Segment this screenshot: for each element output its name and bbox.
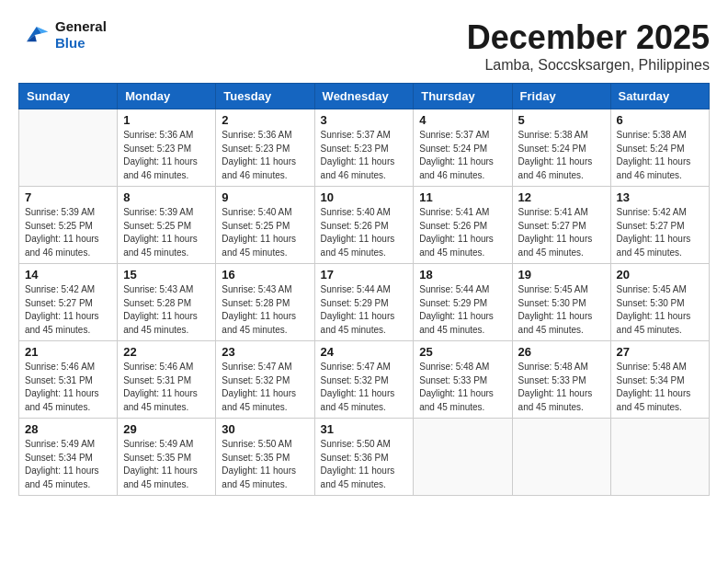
day-info: Sunrise: 5:40 AMSunset: 5:26 PMDaylight:…: [321, 206, 408, 259]
day-info: Sunrise: 5:41 AMSunset: 5:26 PMDaylight:…: [419, 206, 506, 259]
day-info: Sunrise: 5:45 AMSunset: 5:30 PMDaylight:…: [518, 283, 605, 337]
day-info: Sunrise: 5:44 AMSunset: 5:29 PMDaylight:…: [321, 283, 408, 337]
day-info: Sunrise: 5:43 AMSunset: 5:28 PMDaylight:…: [123, 283, 210, 337]
day-info: Sunrise: 5:36 AMSunset: 5:23 PMDaylight:…: [222, 129, 308, 182]
day-number: 23: [222, 345, 308, 359]
calendar-cell: 15Sunrise: 5:43 AMSunset: 5:28 PMDayligh…: [118, 264, 216, 341]
day-info: Sunrise: 5:38 AMSunset: 5:24 PMDaylight:…: [518, 129, 605, 182]
calendar-cell: 29Sunrise: 5:49 AMSunset: 5:35 PMDayligh…: [118, 419, 216, 496]
calendar-cell: 19Sunrise: 5:45 AMSunset: 5:30 PMDayligh…: [512, 264, 610, 341]
day-info: Sunrise: 5:41 AMSunset: 5:27 PMDaylight:…: [518, 206, 605, 259]
calendar-cell: 25Sunrise: 5:48 AMSunset: 5:33 PMDayligh…: [414, 341, 512, 419]
calendar-cell: [512, 419, 610, 496]
day-info: Sunrise: 5:39 AMSunset: 5:25 PMDaylight:…: [25, 206, 111, 259]
calendar-week-row: 1Sunrise: 5:36 AMSunset: 5:23 PMDaylight…: [19, 109, 710, 187]
day-info: Sunrise: 5:45 AMSunset: 5:30 PMDaylight:…: [617, 283, 703, 337]
logo: General Blue: [18, 18, 107, 52]
day-number: 20: [617, 268, 703, 282]
day-number: 29: [123, 422, 210, 436]
day-info: Sunrise: 5:37 AMSunset: 5:24 PMDaylight:…: [419, 129, 506, 182]
day-number: 24: [321, 345, 408, 359]
day-number: 9: [222, 190, 308, 204]
logo-icon: [18, 18, 51, 52]
calendar-cell: 30Sunrise: 5:50 AMSunset: 5:35 PMDayligh…: [216, 419, 314, 496]
calendar-cell: 3Sunrise: 5:37 AMSunset: 5:23 PMDaylight…: [314, 109, 414, 187]
calendar-cell: [19, 109, 118, 187]
weekday-header: Sunday: [19, 84, 118, 109]
day-number: 16: [222, 268, 308, 282]
weekday-header: Wednesday: [314, 84, 414, 109]
day-number: 2: [222, 113, 308, 127]
day-number: 15: [123, 268, 210, 282]
calendar-cell: 24Sunrise: 5:47 AMSunset: 5:32 PMDayligh…: [314, 341, 414, 419]
day-info: Sunrise: 5:46 AMSunset: 5:31 PMDaylight:…: [25, 361, 111, 414]
day-info: Sunrise: 5:50 AMSunset: 5:35 PMDaylight:…: [222, 438, 308, 491]
calendar-cell: 13Sunrise: 5:42 AMSunset: 5:27 PMDayligh…: [610, 187, 709, 264]
day-info: Sunrise: 5:43 AMSunset: 5:28 PMDaylight:…: [222, 283, 308, 337]
calendar-cell: 16Sunrise: 5:43 AMSunset: 5:28 PMDayligh…: [216, 264, 314, 341]
day-info: Sunrise: 5:39 AMSunset: 5:25 PMDaylight:…: [123, 206, 210, 259]
day-number: 30: [222, 422, 308, 436]
calendar-cell: 2Sunrise: 5:36 AMSunset: 5:23 PMDaylight…: [216, 109, 314, 187]
day-number: 31: [321, 422, 408, 436]
calendar-table: SundayMondayTuesdayWednesdayThursdayFrid…: [18, 83, 710, 496]
weekday-header: Thursday: [414, 84, 512, 109]
day-info: Sunrise: 5:50 AMSunset: 5:36 PMDaylight:…: [321, 438, 408, 491]
calendar-week-row: 28Sunrise: 5:49 AMSunset: 5:34 PMDayligh…: [19, 419, 710, 496]
day-info: Sunrise: 5:38 AMSunset: 5:24 PMDaylight:…: [617, 129, 703, 182]
day-number: 5: [518, 113, 605, 127]
calendar-cell: 26Sunrise: 5:48 AMSunset: 5:33 PMDayligh…: [512, 341, 610, 419]
calendar-cell: 5Sunrise: 5:38 AMSunset: 5:24 PMDaylight…: [512, 109, 610, 187]
calendar-cell: 20Sunrise: 5:45 AMSunset: 5:30 PMDayligh…: [610, 264, 709, 341]
calendar-cell: [610, 419, 709, 496]
calendar-cell: 14Sunrise: 5:42 AMSunset: 5:27 PMDayligh…: [19, 264, 118, 341]
calendar-cell: 23Sunrise: 5:47 AMSunset: 5:32 PMDayligh…: [216, 341, 314, 419]
day-info: Sunrise: 5:37 AMSunset: 5:23 PMDaylight:…: [321, 129, 408, 182]
day-number: 27: [617, 345, 703, 359]
calendar-cell: 31Sunrise: 5:50 AMSunset: 5:36 PMDayligh…: [314, 419, 414, 496]
logo-text: General Blue: [55, 18, 107, 52]
calendar-week-row: 7Sunrise: 5:39 AMSunset: 5:25 PMDaylight…: [19, 187, 710, 264]
day-info: Sunrise: 5:47 AMSunset: 5:32 PMDaylight:…: [222, 361, 308, 414]
day-info: Sunrise: 5:46 AMSunset: 5:31 PMDaylight:…: [123, 361, 210, 414]
calendar-cell: 22Sunrise: 5:46 AMSunset: 5:31 PMDayligh…: [118, 341, 216, 419]
calendar-cell: 6Sunrise: 5:38 AMSunset: 5:24 PMDaylight…: [610, 109, 709, 187]
day-info: Sunrise: 5:47 AMSunset: 5:32 PMDaylight:…: [321, 361, 408, 414]
day-number: 14: [25, 268, 111, 282]
day-number: 1: [123, 113, 210, 127]
day-info: Sunrise: 5:49 AMSunset: 5:34 PMDaylight:…: [25, 438, 111, 491]
calendar-cell: 17Sunrise: 5:44 AMSunset: 5:29 PMDayligh…: [314, 264, 414, 341]
day-number: 12: [518, 190, 605, 204]
weekday-header: Saturday: [610, 84, 709, 109]
month-title: December 2025: [467, 18, 710, 57]
calendar-cell: [414, 419, 512, 496]
day-number: 28: [25, 422, 111, 436]
calendar-week-row: 21Sunrise: 5:46 AMSunset: 5:31 PMDayligh…: [19, 341, 710, 419]
day-info: Sunrise: 5:42 AMSunset: 5:27 PMDaylight:…: [617, 206, 703, 259]
calendar-cell: 9Sunrise: 5:40 AMSunset: 5:25 PMDaylight…: [216, 187, 314, 264]
day-info: Sunrise: 5:36 AMSunset: 5:23 PMDaylight:…: [123, 129, 210, 182]
day-number: 17: [321, 268, 408, 282]
day-number: 22: [123, 345, 210, 359]
day-info: Sunrise: 5:48 AMSunset: 5:34 PMDaylight:…: [617, 361, 703, 414]
day-number: 8: [123, 190, 210, 204]
day-info: Sunrise: 5:49 AMSunset: 5:35 PMDaylight:…: [123, 438, 210, 491]
calendar-cell: 27Sunrise: 5:48 AMSunset: 5:34 PMDayligh…: [610, 341, 709, 419]
day-number: 25: [419, 345, 506, 359]
day-info: Sunrise: 5:48 AMSunset: 5:33 PMDaylight:…: [518, 361, 605, 414]
page-header: General Blue December 2025 Lamba, Soccsk…: [18, 18, 710, 74]
day-number: 19: [518, 268, 605, 282]
day-number: 6: [617, 113, 703, 127]
calendar-cell: 12Sunrise: 5:41 AMSunset: 5:27 PMDayligh…: [512, 187, 610, 264]
day-number: 7: [25, 190, 111, 204]
day-number: 21: [25, 345, 111, 359]
weekday-header: Tuesday: [216, 84, 314, 109]
calendar-header-row: SundayMondayTuesdayWednesdayThursdayFrid…: [19, 84, 710, 109]
day-number: 10: [321, 190, 408, 204]
weekday-header: Monday: [118, 84, 216, 109]
calendar-cell: 4Sunrise: 5:37 AMSunset: 5:24 PMDaylight…: [414, 109, 512, 187]
calendar-cell: 11Sunrise: 5:41 AMSunset: 5:26 PMDayligh…: [414, 187, 512, 264]
calendar-cell: 8Sunrise: 5:39 AMSunset: 5:25 PMDaylight…: [118, 187, 216, 264]
day-info: Sunrise: 5:40 AMSunset: 5:25 PMDaylight:…: [222, 206, 308, 259]
day-info: Sunrise: 5:44 AMSunset: 5:29 PMDaylight:…: [419, 283, 506, 337]
